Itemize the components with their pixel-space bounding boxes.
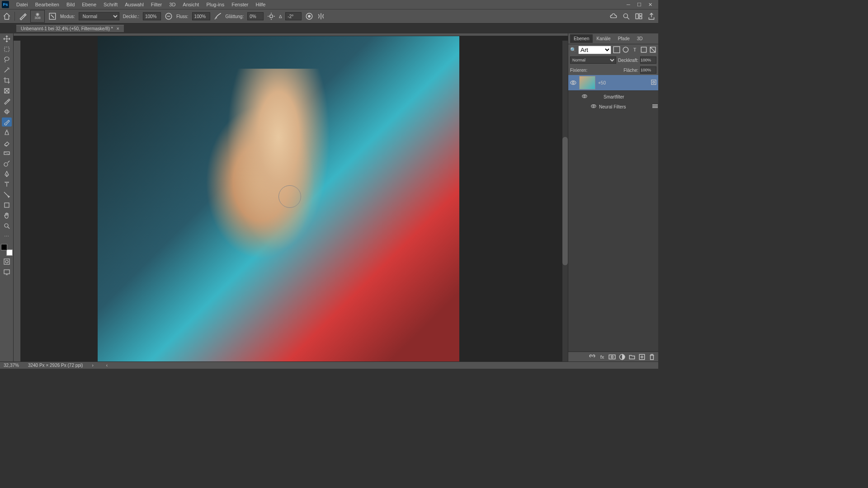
menu-plugins[interactable]: Plug-ins	[203, 2, 228, 7]
new-layer-icon[interactable]	[638, 353, 646, 361]
share-icon[interactable]	[647, 12, 656, 20]
magic-wand-tool[interactable]	[2, 66, 12, 75]
layer-blend-mode[interactable]: Normal	[570, 56, 616, 64]
filter-image-icon[interactable]	[613, 46, 620, 53]
info-chevron-icon[interactable]: ›	[92, 363, 93, 368]
smoothing-input[interactable]	[247, 12, 264, 20]
layer-opacity-input[interactable]	[640, 56, 656, 64]
zoom-level[interactable]: 32,37%	[4, 363, 19, 368]
menu-bild[interactable]: Bild	[63, 2, 78, 7]
adjustment-icon[interactable]	[618, 353, 626, 361]
workspace-icon[interactable]	[635, 12, 643, 20]
mask-icon[interactable]	[609, 353, 616, 361]
document-info[interactable]: 3240 Px × 2926 Px (72 ppi)	[28, 363, 83, 368]
group-icon[interactable]	[628, 353, 636, 361]
filter-shape-icon[interactable]	[640, 46, 647, 53]
quick-mask-tool[interactable]	[2, 257, 12, 266]
menu-bearbeiten[interactable]: Bearbeiten	[32, 2, 63, 7]
document-image[interactable]	[98, 36, 459, 361]
tab-kanaele[interactable]: Kanäle	[593, 34, 614, 43]
filter-entry[interactable]: Neural Filters	[568, 103, 658, 111]
mask-thumbnail[interactable]	[590, 92, 601, 102]
brush-tool[interactable]	[2, 117, 12, 127]
menu-auswahl[interactable]: Auswahl	[121, 2, 147, 7]
color-swatches[interactable]	[1, 244, 13, 256]
opacity-input[interactable]	[143, 12, 161, 20]
move-tool[interactable]	[2, 34, 12, 43]
filter-adjust-icon[interactable]	[622, 46, 629, 53]
tab-3d[interactable]: 3D	[633, 34, 646, 43]
opacity-pressure-icon[interactable]	[165, 12, 173, 20]
pen-tool[interactable]	[2, 169, 12, 178]
screen-mode-tool[interactable]	[2, 267, 12, 277]
layer-thumbnail[interactable]	[579, 76, 595, 89]
menu-3d[interactable]: 3D	[165, 2, 179, 7]
delete-layer-icon[interactable]	[648, 353, 656, 361]
symmetry-icon[interactable]	[317, 12, 325, 20]
smoothing-options-icon[interactable]	[267, 12, 275, 20]
frame-tool[interactable]	[2, 86, 12, 95]
fill-input[interactable]	[640, 66, 656, 74]
foreground-color[interactable]	[1, 244, 7, 250]
tab-pfade[interactable]: Pfade	[614, 34, 633, 43]
brush-tool-icon[interactable]	[19, 12, 27, 20]
home-icon[interactable]	[3, 12, 11, 20]
angle-input[interactable]	[285, 12, 302, 20]
search-icon[interactable]	[622, 12, 630, 20]
maximize-button[interactable]: ☐	[637, 2, 642, 7]
canvas[interactable]	[21, 36, 568, 361]
tablet-pressure-icon[interactable]	[305, 12, 313, 20]
eraser-tool[interactable]	[2, 138, 12, 147]
gradient-tool[interactable]	[2, 149, 12, 158]
layer-row[interactable]: +50	[568, 75, 658, 91]
healing-tool[interactable]	[2, 107, 12, 116]
eyedropper-tool[interactable]	[2, 97, 12, 106]
svg-rect-21	[613, 47, 620, 53]
filter-smart-icon[interactable]	[649, 46, 656, 53]
menu-hilfe[interactable]: Hilfe	[252, 2, 269, 7]
fx-icon[interactable]: fx	[599, 353, 606, 361]
arrow-left-icon[interactable]: ‹	[106, 363, 108, 368]
svg-point-32	[653, 81, 655, 83]
tab-ebenen[interactable]: Ebenen	[570, 34, 593, 43]
flow-input[interactable]	[192, 12, 210, 20]
blend-mode-select[interactable]: Normal	[79, 12, 119, 20]
cloud-docs-icon[interactable]	[609, 12, 618, 20]
hand-tool[interactable]	[2, 211, 12, 220]
menu-fenster[interactable]: Fenster	[228, 2, 252, 7]
brush-panel-toggle[interactable]	[48, 12, 57, 20]
smartfilter-row[interactable]: Smartfilter	[568, 91, 658, 103]
close-button[interactable]: ✕	[647, 2, 653, 7]
airbrush-icon[interactable]	[214, 12, 222, 20]
visibility-icon[interactable]	[582, 94, 587, 100]
minimize-button[interactable]: ─	[626, 2, 631, 7]
shape-tool[interactable]	[2, 201, 12, 210]
background-color[interactable]	[6, 249, 13, 256]
filter-blending-icon[interactable]	[652, 104, 658, 109]
menu-datei[interactable]: Datei	[13, 2, 32, 7]
clone-stamp-tool[interactable]	[2, 128, 12, 137]
edit-toolbar[interactable]: ⋯	[2, 232, 12, 241]
document-tab[interactable]: Unbenannt-1 bei 32,4% (+50, Filtermaske/…	[16, 25, 124, 32]
menu-schrift[interactable]: Schrift	[100, 2, 121, 7]
vertical-scrollbar[interactable]	[562, 41, 568, 361]
zoom-tool[interactable]	[2, 221, 12, 230]
dodge-tool[interactable]	[2, 159, 12, 168]
lasso-tool[interactable]	[2, 55, 12, 64]
type-tool[interactable]	[2, 180, 12, 189]
vertical-ruler[interactable]	[14, 41, 21, 361]
visibility-icon[interactable]	[591, 103, 596, 110]
brush-preset-picker[interactable]: 308	[30, 10, 45, 23]
link-layers-icon[interactable]	[589, 353, 596, 361]
menu-ebene[interactable]: Ebene	[78, 2, 100, 7]
marquee-tool[interactable]	[2, 45, 12, 54]
menu-ansicht[interactable]: Ansicht	[179, 2, 203, 7]
close-tab-icon[interactable]: ×	[117, 26, 119, 31]
layer-name[interactable]: +50	[598, 80, 606, 85]
visibility-icon[interactable]	[570, 80, 576, 86]
layer-filter-type[interactable]: Art	[578, 46, 611, 54]
crop-tool[interactable]	[2, 76, 12, 85]
filter-type-icon[interactable]: T	[631, 46, 638, 53]
path-tool[interactable]	[2, 190, 12, 199]
menu-filter[interactable]: Filter	[147, 2, 165, 7]
